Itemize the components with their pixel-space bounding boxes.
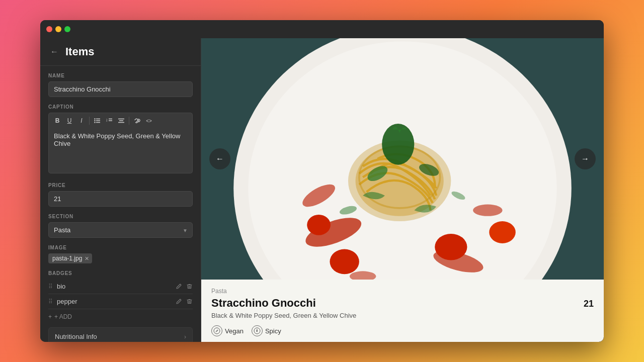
- card-title-row: Stracchino Gnocchi 21: [211, 297, 594, 310]
- drag-handle-icon[interactable]: ⠿: [48, 298, 53, 305]
- maximize-button[interactable]: [64, 26, 70, 32]
- panel-header: ← Items: [40, 38, 201, 66]
- name-field-group: NAME: [40, 66, 201, 97]
- svg-point-0: [94, 118, 95, 119]
- link-button[interactable]: [131, 115, 142, 126]
- badge-spicy: Spicy: [252, 325, 281, 336]
- badges-section: BADGES ⠿ bio ⠿ pepper: [40, 263, 201, 320]
- italic-button[interactable]: I: [76, 115, 87, 126]
- minimize-button[interactable]: [55, 26, 61, 32]
- next-arrow-button[interactable]: →: [575, 148, 596, 169]
- image-label: IMAGE: [48, 245, 193, 250]
- price-label: PRICE: [48, 183, 193, 188]
- prev-arrow-button[interactable]: ←: [209, 148, 230, 169]
- align-button[interactable]: [116, 115, 127, 126]
- card-info: Pasta Stracchino Gnocchi 21 Black & Whit…: [201, 280, 604, 342]
- card-badges: Vegan Spicy: [211, 325, 594, 336]
- left-arrow-icon: ←: [216, 154, 224, 163]
- image-field-group: IMAGE pasta-1.jpg ✕: [40, 238, 201, 263]
- badge-delete-pepper[interactable]: [186, 298, 193, 305]
- badge-item-pepper: ⠿ pepper: [48, 294, 193, 309]
- badge-name-bio: bio: [57, 283, 176, 290]
- name-input[interactable]: [48, 81, 193, 97]
- chevron-right-icon: ›: [184, 333, 186, 340]
- badge-actions-pepper: [176, 298, 193, 305]
- image-tag: pasta-1.jpg ✕: [48, 253, 92, 263]
- svg-point-24: [489, 221, 516, 243]
- code-button[interactable]: <>: [143, 115, 154, 126]
- spicy-icon: [252, 325, 263, 336]
- nutritional-label: Nutritional Info: [55, 333, 184, 340]
- left-panel: ← Items NAME CAPTION B U I: [40, 38, 201, 342]
- badge-item-bio: ⠿ bio: [48, 279, 193, 294]
- badges-label: BADGES: [48, 270, 193, 276]
- section-field-group: SECTION Pasta Starters Mains Desserts ▼: [40, 207, 201, 238]
- back-button[interactable]: ←: [48, 46, 60, 58]
- caption-field-group: CAPTION B U I 1.2.: [40, 97, 201, 175]
- spicy-label: Spicy: [265, 327, 281, 335]
- right-panel: ← → Pasta Stracchino Gnocchi 21 Black & …: [201, 38, 604, 342]
- svg-point-21: [435, 234, 467, 260]
- badge-edit-pepper[interactable]: [176, 298, 182, 305]
- preview-container: ← → Pasta Stracchino Gnocchi 21 Black & …: [201, 38, 604, 342]
- drag-handle-icon[interactable]: ⠿: [48, 283, 53, 290]
- badge-actions-bio: [176, 283, 193, 290]
- nutritional-info-row[interactable]: Nutritional Info ›: [48, 327, 193, 342]
- svg-point-2: [94, 120, 95, 121]
- image-filename: pasta-1.jpg: [52, 255, 82, 262]
- badge-delete-bio[interactable]: [186, 283, 193, 290]
- traffic-lights: [46, 26, 70, 32]
- underline-button[interactable]: U: [64, 115, 75, 126]
- section-select[interactable]: Pasta Starters Mains Desserts: [48, 222, 193, 238]
- ol-button[interactable]: 1.2.: [104, 115, 115, 126]
- add-badge-label: + ADD: [54, 313, 72, 320]
- ul-button[interactable]: [92, 115, 103, 126]
- image-remove-button[interactable]: ✕: [85, 255, 89, 262]
- add-badge-button[interactable]: + + ADD: [48, 309, 193, 320]
- app-window: ← Items NAME CAPTION B U I: [40, 20, 604, 342]
- caption-label: CAPTION: [48, 104, 193, 110]
- caption-textarea[interactable]: Black & White Poppy Seed, Green & Yellow…: [48, 128, 193, 173]
- svg-text:2.: 2.: [106, 120, 108, 122]
- svg-point-19: [473, 205, 502, 216]
- svg-point-4: [94, 122, 95, 123]
- right-arrow-icon: →: [581, 154, 589, 163]
- name-label: NAME: [48, 73, 193, 78]
- panel-title: Items: [65, 45, 94, 58]
- card-price: 21: [584, 299, 594, 309]
- titlebar: [40, 20, 604, 38]
- card-category: Pasta: [211, 288, 594, 295]
- toolbar-divider-1: [89, 117, 90, 125]
- card-title: Stracchino Gnocchi: [211, 297, 316, 310]
- toolbar-divider-2: [129, 117, 129, 125]
- caption-toolbar: B U I 1.2.: [48, 113, 193, 128]
- badge-vegan: Vegan: [211, 325, 244, 336]
- price-field-group: PRICE: [40, 175, 201, 207]
- vegan-label: Vegan: [225, 327, 244, 335]
- svg-point-23: [330, 249, 359, 275]
- card-caption: Black & White Poppy Seed, Green & Yellow…: [211, 312, 594, 319]
- svg-point-29: [382, 124, 414, 165]
- close-button[interactable]: [46, 26, 52, 32]
- main-content: ← Items NAME CAPTION B U I: [40, 38, 604, 342]
- food-image: [201, 38, 604, 280]
- section-select-wrapper: Pasta Starters Mains Desserts ▼: [48, 222, 193, 238]
- section-label: SECTION: [48, 214, 193, 219]
- badge-name-pepper: pepper: [57, 298, 176, 305]
- bold-button[interactable]: B: [52, 115, 63, 126]
- vegan-icon: [211, 325, 222, 336]
- badge-edit-bio[interactable]: [176, 283, 182, 290]
- plus-icon: +: [48, 313, 52, 320]
- food-image-container: ← →: [201, 38, 604, 280]
- price-input[interactable]: [48, 191, 193, 207]
- svg-point-25: [307, 215, 331, 235]
